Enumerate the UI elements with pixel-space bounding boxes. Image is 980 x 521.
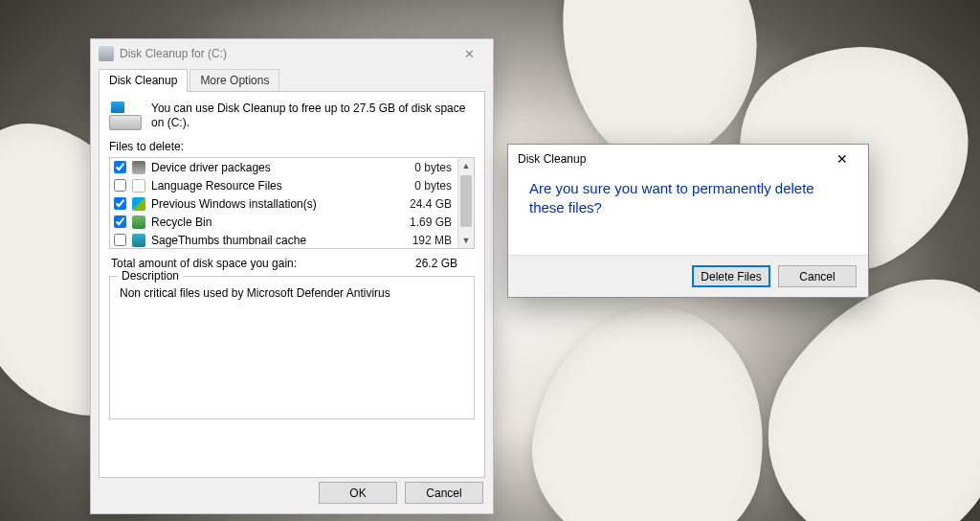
sage-icon — [132, 234, 145, 247]
file-name: Recycle Bin — [151, 215, 389, 229]
bg-petal — [516, 288, 786, 521]
close-icon[interactable]: ✕ — [453, 43, 485, 64]
file-size: 1.69 GB — [394, 215, 452, 229]
file-checkbox[interactable] — [114, 234, 126, 246]
file-name: Language Resource Files — [151, 179, 389, 193]
total-label: Total amount of disk space you gain: — [111, 257, 297, 270]
files-to-delete-label: Files to delete: — [109, 140, 475, 153]
file-icon — [132, 179, 145, 193]
confirm-titlebar[interactable]: Disk Cleanup ✕ — [508, 145, 868, 173]
scrollbar[interactable]: ▲ ▼ — [457, 158, 474, 248]
file-row[interactable]: Previous Windows installation(s)24.4 GB — [110, 194, 457, 213]
delete-files-button[interactable]: Delete Files — [692, 265, 770, 287]
disk-cleanup-window: Disk Cleanup for (C:) ✕ Disk Cleanup Mor… — [90, 38, 494, 514]
total-value: 26.2 GB — [415, 257, 473, 270]
description-text: Non critical files used by Microsoft Def… — [120, 286, 464, 300]
file-checkbox[interactable] — [114, 215, 126, 228]
cancel-button[interactable]: Cancel — [405, 482, 483, 504]
file-checkbox[interactable] — [114, 197, 126, 210]
file-name: SageThumbs thumbnail cache — [151, 234, 389, 247]
confirm-cancel-button[interactable]: Cancel — [778, 265, 857, 287]
bin-icon — [132, 215, 145, 229]
titlebar[interactable]: Disk Cleanup for (C:) ✕ — [91, 39, 493, 68]
pkg-icon — [132, 161, 145, 174]
file-size: 24.4 GB — [394, 197, 452, 211]
file-size: 0 bytes — [394, 179, 452, 193]
window-title: Disk Cleanup for (C:) — [120, 47, 227, 60]
confirm-dialog: Disk Cleanup ✕ Are you sure you want to … — [507, 144, 869, 298]
files-list: Device driver packages0 bytesLanguage Re… — [109, 157, 475, 249]
file-checkbox[interactable] — [114, 161, 126, 173]
win-icon — [132, 197, 145, 211]
intro-text: You can use Disk Cleanup to free up to 2… — [151, 102, 475, 130]
file-row[interactable]: Device driver packages0 bytes — [110, 158, 457, 176]
file-row[interactable]: Recycle Bin1.69 GB — [110, 213, 457, 231]
file-row[interactable]: Language Resource Files0 bytes — [110, 176, 457, 194]
ok-button[interactable]: OK — [319, 482, 397, 504]
description-legend: Description — [118, 269, 183, 283]
tab-disk-cleanup[interactable]: Disk Cleanup — [99, 69, 188, 92]
file-size: 192 MB — [394, 234, 452, 247]
file-name: Previous Windows installation(s) — [151, 197, 389, 211]
close-icon[interactable]: ✕ — [826, 148, 858, 170]
scroll-down-icon[interactable]: ▼ — [458, 233, 474, 248]
tab-more-options[interactable]: More Options — [189, 69, 279, 92]
scroll-up-icon[interactable]: ▲ — [458, 158, 474, 173]
file-size: 0 bytes — [394, 161, 452, 174]
tab-panel: You can use Disk Cleanup to free up to 2… — [99, 91, 485, 478]
confirm-title: Disk Cleanup — [518, 152, 586, 166]
drive-icon — [109, 102, 142, 130]
tab-strip: Disk Cleanup More Options — [91, 68, 493, 91]
disk-cleanup-icon — [99, 46, 114, 61]
description-group: Description Non critical files used by M… — [109, 276, 475, 419]
file-row[interactable]: SageThumbs thumbnail cache192 MB — [110, 231, 457, 248]
file-name: Device driver packages — [151, 161, 389, 174]
confirm-message: Are you sure you want to permanently del… — [508, 173, 868, 217]
file-checkbox[interactable] — [114, 179, 126, 192]
scroll-thumb[interactable] — [460, 175, 472, 227]
